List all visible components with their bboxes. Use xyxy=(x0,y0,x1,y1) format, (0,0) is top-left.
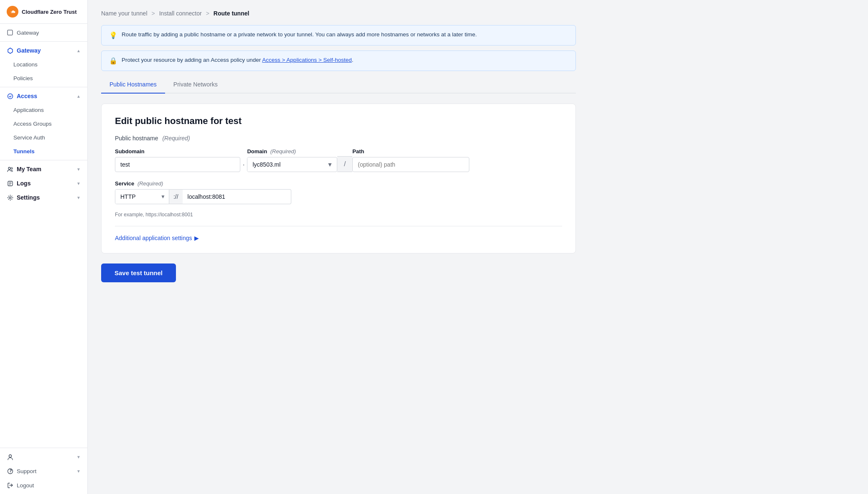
svg-point-2 xyxy=(8,94,13,99)
sidebar-item-logout[interactable]: Logout xyxy=(0,478,87,492)
sidebar-logout-label: Logout xyxy=(17,482,34,489)
svg-point-4 xyxy=(11,167,13,169)
logout-icon xyxy=(7,482,13,489)
additional-settings-arrow-icon: ▶ xyxy=(194,235,199,241)
save-button-label: Save test tunnel xyxy=(115,269,163,276)
sidebar-my-team-label: My Team xyxy=(17,166,41,172)
svg-point-7 xyxy=(9,455,11,457)
sidebar-divider-3 xyxy=(0,160,87,160)
my-team-chevron-icon: ▼ xyxy=(76,167,81,172)
app-logo: Cloudflare Zero Trust xyxy=(0,0,87,24)
sidebar-divider-2 xyxy=(0,87,87,87)
additional-settings-label: Additional application settings xyxy=(115,235,192,241)
sidebar-section-my-team[interactable]: My Team ▼ xyxy=(0,162,87,176)
slash-separator: / xyxy=(337,156,352,172)
route-banner-text: Route traffic by adding a public hostnam… xyxy=(122,31,477,38)
sidebar-settings-label: Settings xyxy=(17,194,40,201)
tab-public-hostnames-label: Public Hostnames xyxy=(109,81,157,88)
gateway-section-icon xyxy=(7,47,13,54)
subdomain-input[interactable] xyxy=(115,157,240,172)
tab-private-networks[interactable]: Private Networks xyxy=(165,76,226,94)
sidebar-gateway-label: Gateway xyxy=(17,47,41,54)
sidebar-item-service-auth[interactable]: Service Auth xyxy=(0,131,87,144)
service-hint: For example, https://localhost:8001 xyxy=(115,212,562,218)
tab-private-networks-label: Private Networks xyxy=(173,81,218,88)
sidebar-policies-label: Policies xyxy=(13,75,33,81)
form-divider xyxy=(115,226,562,226)
service-label: Service (Required) xyxy=(115,180,562,187)
my-team-icon xyxy=(7,166,13,172)
save-tunnel-button[interactable]: Save test tunnel xyxy=(101,263,176,282)
service-input[interactable] xyxy=(183,189,291,204)
domain-select-wrap: lyc8503.ml ▼ xyxy=(247,157,337,172)
subdomain-field-group: Subdomain xyxy=(115,148,240,172)
svg-point-9 xyxy=(10,472,10,473)
route-info-banner: 💡 Route traffic by adding a public hostn… xyxy=(101,25,576,46)
breadcrumb-sep2: > xyxy=(206,10,209,17)
access-section-icon xyxy=(7,93,13,99)
protocol-separator: :// xyxy=(169,189,183,204)
support-icon xyxy=(7,468,13,474)
app-name: Cloudflare Zero Trust xyxy=(22,9,76,15)
sidebar-item-tunnels[interactable]: Tunnels xyxy=(0,144,87,158)
service-type-select[interactable]: HTTP HTTPS TCP UDP xyxy=(115,190,157,204)
access-applications-link[interactable]: Access > Applications > Self-hosted xyxy=(262,57,352,63)
sidebar-item-support[interactable]: Support ▼ xyxy=(0,464,87,478)
breadcrumb-step2: Install connector xyxy=(159,10,202,17)
svg-point-3 xyxy=(8,167,10,169)
sidebar-section-access[interactable]: Access ▲ xyxy=(0,89,87,103)
tab-public-hostnames[interactable]: Public Hostnames xyxy=(101,76,165,94)
service-row: HTTP HTTPS TCP UDP ▼ :// xyxy=(115,189,562,204)
subdomain-label: Subdomain xyxy=(115,148,240,155)
breadcrumb-step1: Name your tunnel xyxy=(101,10,148,17)
sidebar-section-logs[interactable]: Logs ▼ xyxy=(0,176,87,190)
path-label: Path xyxy=(352,148,469,155)
service-field-group: Service (Required) HTTP HTTPS TCP UDP ▼ … xyxy=(115,180,562,218)
access-info-banner: 🔒 Protect your resource by adding an Acc… xyxy=(101,51,576,71)
sidebar-item-access-groups[interactable]: Access Groups xyxy=(0,117,87,131)
sidebar-applications-label: Applications xyxy=(13,107,44,113)
hostname-fields-row: Subdomain . Domain (Required) lyc8503.ml xyxy=(115,148,562,172)
access-chevron-icon: ▲ xyxy=(76,94,81,99)
sidebar-item-policies[interactable]: Policies xyxy=(0,71,87,85)
domain-select[interactable]: lyc8503.ml xyxy=(247,157,323,172)
edit-hostname-form: Edit public hostname for test Public hos… xyxy=(101,104,576,253)
sidebar-access-groups-label: Access Groups xyxy=(13,121,52,127)
access-banner-text: Protect your resource by adding an Acces… xyxy=(122,57,354,63)
sidebar-section-settings[interactable]: Settings ▼ xyxy=(0,190,87,205)
breadcrumb-current: Route tunnel xyxy=(214,10,249,17)
public-hostname-section-label: Public hostname (Required) xyxy=(115,135,562,142)
svg-point-6 xyxy=(9,197,11,198)
sidebar-tunnels-label: Tunnels xyxy=(13,148,35,155)
logs-chevron-icon: ▼ xyxy=(76,181,81,186)
lightbulb-icon: 💡 xyxy=(109,31,117,39)
domain-chevron-icon: ▼ xyxy=(323,161,337,168)
settings-icon xyxy=(7,194,13,201)
public-hostname-required: (Required) xyxy=(162,135,190,142)
breadcrumb: Name your tunnel > Install connector > R… xyxy=(101,10,576,17)
sidebar-item-user[interactable]: ▼ xyxy=(0,450,87,464)
domain-field-group: Domain (Required) lyc8503.ml ▼ xyxy=(247,148,337,172)
sidebar-item-applications[interactable]: Applications xyxy=(0,103,87,117)
service-type-chevron-icon: ▼ xyxy=(157,194,169,200)
sidebar-bottom: ▼ Support ▼ Logout xyxy=(0,448,87,494)
sidebar-item-gateway-top[interactable]: Gateway xyxy=(0,25,87,40)
sidebar-support-label: Support xyxy=(17,468,36,474)
path-input[interactable] xyxy=(352,157,469,172)
path-field-group: Path xyxy=(352,148,469,172)
sidebar-divider-1 xyxy=(0,41,87,42)
sidebar-nav: Gateway Gateway ▲ Locations Policies Acc… xyxy=(0,24,87,206)
main-content: Name your tunnel > Install connector > R… xyxy=(88,0,868,494)
sidebar-service-auth-label: Service Auth xyxy=(13,134,45,141)
settings-chevron-icon: ▼ xyxy=(76,195,81,200)
sidebar-access-label: Access xyxy=(17,93,37,99)
sidebar-section-gateway[interactable]: Gateway ▲ xyxy=(0,43,87,58)
gateway-chevron-icon: ▲ xyxy=(76,48,81,53)
public-hostname-label: Public hostname xyxy=(115,135,158,142)
sidebar-locations-label: Locations xyxy=(13,61,38,68)
sidebar-item-locations[interactable]: Locations xyxy=(0,58,87,71)
sidebar: Cloudflare Zero Trust Gateway Gateway ▲ … xyxy=(0,0,88,494)
cloudflare-logo-icon xyxy=(7,6,18,18)
additional-settings-link[interactable]: Additional application settings ▶ xyxy=(115,235,562,241)
logs-icon xyxy=(7,180,13,187)
